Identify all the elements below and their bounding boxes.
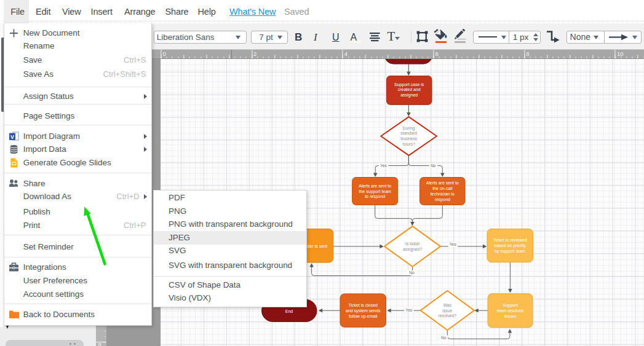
svg-text:issues: issues [504,314,517,318]
svg-text:the on-call: the on-call [432,186,453,191]
svg-text:team resolves: team resolves [497,309,524,313]
svg-text:by support team: by support team [495,249,525,254]
svg-text:Ticket is closed: Ticket is closed [348,303,378,307]
svg-text:Is ticket: Is ticket [405,242,419,246]
svg-text:Ticket is reviewed: Ticket is reviewed [493,238,527,242]
svg-text:to respond: to respond [365,194,385,199]
svg-text:created and: created and [398,87,421,92]
svg-text:hours?: hours? [402,142,415,146]
svg-text:Support: Support [503,303,518,308]
svg-text:V: V [10,134,14,140]
svg-text:Yes: Yes [380,163,387,168]
svg-text:respond: respond [435,197,450,202]
svg-text:During: During [403,126,415,131]
svg-text:business: business [400,136,417,141]
svg-text:assigned: assigned [400,93,418,98]
svg-text:End: End [285,309,293,313]
svg-text:Support case is: Support case is [394,82,424,87]
svg-text:Yes: Yes [405,308,412,312]
svg-text:based on priority: based on priority [494,243,526,248]
svg-text:resolved?: resolved? [439,313,457,318]
svg-text:issue: issue [442,309,452,313]
svg-text:follow up email: follow up email [349,314,378,319]
svg-text:and system sends: and system sends [346,309,381,313]
svg-text:assigned?: assigned? [403,247,422,252]
svg-text:Alerts are sent to: Alerts are sent to [426,181,459,185]
svg-text:Was: Was [443,303,452,307]
svg-text:the support team: the support team [359,189,391,194]
svg-text:No: No [431,163,436,168]
svg-text:standard: standard [400,131,417,135]
svg-text:No: No [441,336,447,340]
svg-text:technician to: technician to [431,192,455,196]
svg-text:No: No [409,270,415,275]
svg-text:Yes: Yes [450,242,456,246]
svg-text:Alerts are sent to: Alerts are sent to [359,184,391,188]
